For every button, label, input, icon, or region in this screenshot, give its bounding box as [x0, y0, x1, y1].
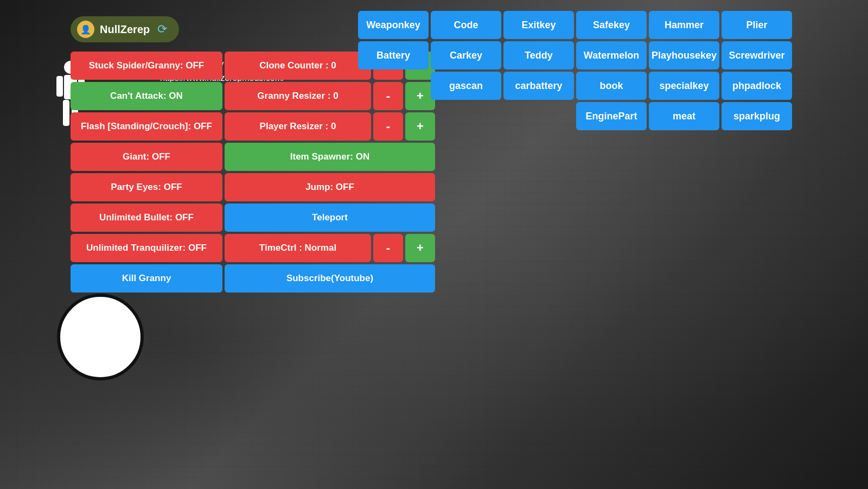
joystick-circle[interactable]	[57, 294, 144, 380]
timectrl-minus[interactable]: -	[373, 234, 403, 262]
kill-granny-button[interactable]: Kill Granny	[71, 264, 222, 293]
weapon-key-specialkey[interactable]: specialkey	[649, 72, 719, 100]
svg-rect-2	[56, 76, 63, 97]
weapon-key-screwdriver[interactable]: Screwdriver	[722, 41, 792, 69]
weapon-key-battery[interactable]: Battery	[358, 41, 429, 69]
unlimited-tranq-button[interactable]: Unlimited Tranquilizer: OFF	[71, 234, 222, 262]
timectrl-plus[interactable]: +	[405, 234, 435, 262]
weapon-key-enginepart[interactable]: EnginePart	[576, 102, 647, 130]
weapon-key-carkey[interactable]: Carkey	[431, 41, 501, 69]
weapon-key-plier[interactable]: Plier	[722, 11, 792, 39]
username-label: NullZerep	[100, 23, 150, 36]
avatar-icon: 👤	[77, 21, 94, 38]
granny-resizer-button[interactable]: Granny Resizer : 0	[225, 82, 371, 110]
weapon-key-weaponkey[interactable]: Weaponkey	[358, 11, 429, 39]
jump-button[interactable]: Jump: OFF	[225, 173, 435, 201]
giant-button[interactable]: Giant: OFF	[71, 143, 222, 171]
weapon-key-book[interactable]: book	[576, 72, 647, 100]
arrows-icon: ⟳	[157, 22, 167, 36]
item-spawner-button[interactable]: Item Spawner: ON	[225, 143, 435, 171]
unlimited-bullet-button[interactable]: Unlimited Bullet: OFF	[71, 204, 222, 232]
weapon-key-phpadlock[interactable]: phpadlock	[722, 72, 792, 100]
party-eyes-button[interactable]: Party Eyes: OFF	[71, 173, 222, 201]
timectrl-button[interactable]: TimeCtrl : Normal	[225, 234, 371, 262]
teleport-button[interactable]: Teleport	[225, 204, 435, 232]
weapon-key-code[interactable]: Code	[431, 11, 501, 39]
weapon-key-carbattery[interactable]: carbattery	[503, 72, 574, 100]
weapon-key-teddy[interactable]: Teddy	[503, 41, 574, 69]
weapon-key-watermelon[interactable]: Watermelon	[576, 41, 647, 69]
subscribe-button[interactable]: Subscribe(Youtube)	[225, 264, 435, 293]
weapon-key-sparkplug[interactable]: sparkplug	[722, 102, 792, 130]
player-resizer-button[interactable]: Player Resizer : 0	[225, 112, 371, 141]
weapon-key-hammer[interactable]: Hammer	[649, 11, 719, 39]
weapon-key-playhousekey[interactable]: Playhousekey	[649, 41, 719, 69]
stuck-spider-button[interactable]: Stuck Spider/Granny: OFF	[71, 52, 222, 80]
flash-button[interactable]: Flash [Standing/Crouch]: OFF	[71, 112, 222, 141]
header-badge: 👤 NullZerep ⟳	[71, 16, 179, 42]
cant-attack-button[interactable]: Can't Attack: ON	[71, 82, 222, 110]
clone-counter-button[interactable]: Clone Counter : 0	[225, 52, 371, 80]
weapon-key-meat[interactable]: meat	[649, 102, 719, 130]
weapon-key-gascan[interactable]: gascan	[431, 72, 501, 100]
weapon-key-exitkey[interactable]: Exitkey	[503, 11, 574, 39]
svg-rect-4	[63, 100, 69, 126]
weapon-grid: Weaponkey Code Exitkey Safekey Hammer Pl…	[358, 11, 792, 130]
weapon-key-safekey[interactable]: Safekey	[576, 11, 647, 39]
